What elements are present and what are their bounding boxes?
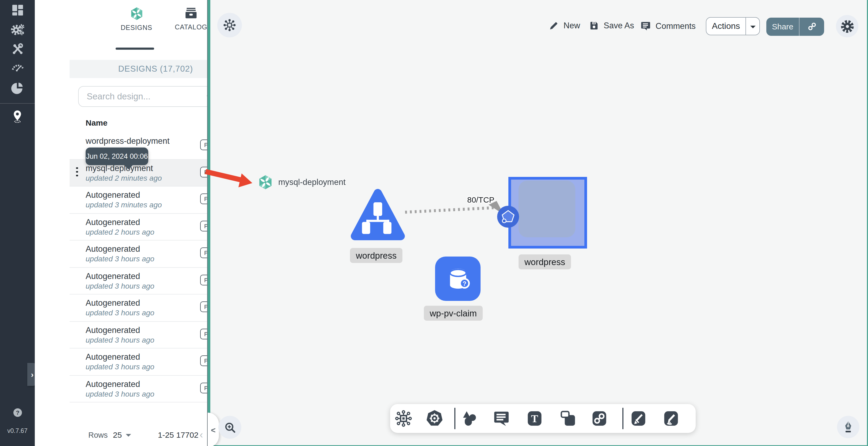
pen-mode-button[interactable] (837, 416, 860, 438)
text-tool-button[interactable]: T (525, 409, 544, 428)
nav-sidebar: › ? v0.7.67 (0, 0, 35, 446)
sidebar-item-extensions[interactable] (0, 80, 35, 96)
service-triangle-icon (350, 187, 405, 242)
svg-text:?: ? (462, 280, 466, 287)
shapes-icon (460, 409, 478, 427)
design-updated: updated 3 hours ago (86, 363, 154, 371)
rows-per-page-select[interactable]: 25 (113, 430, 131, 439)
sidebar-item-kanvas[interactable] (0, 108, 35, 124)
search-input[interactable] (86, 91, 206, 102)
configuration-tools-icon (10, 42, 24, 56)
shapes-tool-button[interactable] (460, 409, 479, 428)
volume-cylinder-icon: ? (443, 263, 473, 294)
freehand-pencil-tool-button[interactable] (661, 409, 681, 428)
canvas-toolbar: T (390, 404, 696, 433)
save-as-button[interactable]: Save As (589, 20, 634, 31)
design-name: Autogenerated (86, 190, 140, 200)
new-design-button[interactable]: New (549, 20, 580, 31)
dashboard-icon (11, 4, 23, 16)
copy-link-button[interactable] (800, 18, 824, 36)
cluster-context-button[interactable] (217, 13, 242, 37)
sidebar-item-performance[interactable] (0, 60, 35, 74)
comments-label: Comments (655, 21, 696, 31)
design-name: wordpress-deployment (86, 136, 169, 146)
comment-icon (640, 20, 651, 32)
k8s-connector-node[interactable] (497, 206, 519, 228)
save-as-label: Save As (603, 21, 634, 31)
active-tab-underline (116, 47, 154, 49)
chevron-down-icon (750, 26, 755, 28)
zoom-button[interactable] (218, 416, 241, 439)
node-wp-pv-claim-label: wp-pv-claim (424, 306, 483, 321)
extensions-pie-icon (11, 81, 24, 95)
actions-dropdown-toggle[interactable] (746, 18, 760, 35)
design-name: Autogenerated (86, 244, 140, 254)
design-updated: updated 2 minutes ago (86, 173, 162, 182)
text-tool-icon: T (526, 409, 544, 427)
comment-tool-button[interactable] (492, 409, 511, 428)
pen-nib-icon (841, 420, 855, 434)
pod-inner-container (518, 180, 575, 237)
actions-split-button[interactable]: Actions (706, 17, 760, 35)
node-mysql-deployment[interactable] (257, 174, 274, 190)
share-label[interactable]: Share (766, 18, 800, 36)
share-split-button[interactable]: Share (766, 18, 824, 36)
freehand-pencil-icon (662, 409, 680, 427)
design-name: Autogenerated (86, 298, 140, 308)
performance-speedometer-icon (10, 61, 24, 73)
new-design-label: New (563, 21, 580, 31)
pentagon-badge-icon (497, 206, 519, 228)
draw-arrow-tool-button[interactable] (629, 409, 648, 428)
design-name: Autogenerated (86, 217, 140, 227)
gear-icon (840, 19, 855, 33)
save-icon (589, 20, 599, 31)
chevron-right-icon: › (31, 370, 34, 379)
integration-tool-button[interactable] (394, 409, 413, 428)
design-name: Autogenerated (86, 379, 140, 389)
sidebar-item-lifecycle[interactable] (0, 22, 35, 38)
edge-port-label[interactable]: 80/TCP (467, 195, 494, 204)
help-button[interactable]: ? (13, 408, 22, 417)
meshery-design-icon (129, 6, 144, 21)
frame-tool-button[interactable] (558, 409, 578, 428)
design-search[interactable] (78, 86, 217, 107)
settings-button[interactable] (836, 15, 858, 37)
svg-text:T: T (531, 413, 538, 424)
kubernetes-tool-button[interactable] (425, 409, 444, 428)
question-mark-icon: ? (16, 409, 19, 416)
integration-icon (394, 409, 412, 427)
tab-designs-label: DESIGNS (121, 24, 152, 32)
node-wordpress-service[interactable] (350, 187, 405, 242)
rows-label: Rows (88, 431, 108, 439)
cluster-mesh-icon (223, 18, 237, 32)
design-updated: updated 3 hours ago (86, 281, 154, 290)
catalog-archive-icon (184, 6, 198, 20)
kebab-menu-icon[interactable] (76, 167, 79, 176)
tab-catalog-label: CATALOG (175, 24, 207, 31)
design-updated: updated 3 minutes ago (86, 200, 162, 209)
node-wp-pv-claim[interactable]: ? (435, 256, 480, 301)
sidebar-item-configuration[interactable] (0, 41, 35, 57)
sidebar-divider (0, 103, 35, 104)
kubernetes-icon (425, 409, 444, 428)
meshery-logo-icon (257, 174, 274, 190)
prev-page-button[interactable]: ‹ (199, 429, 203, 441)
comments-button[interactable]: Comments (640, 20, 696, 32)
design-updated: updated 3 hours ago (86, 254, 154, 263)
sidebar-item-dashboard[interactable] (0, 3, 35, 18)
actions-label[interactable]: Actions (706, 18, 746, 35)
node-wordpress-pod[interactable] (508, 177, 587, 248)
pencil-icon (549, 20, 559, 31)
lifecycle-gears-icon (10, 23, 25, 37)
frame-tool-icon (559, 409, 577, 427)
node-wordpress-pod-label: wordpress (519, 254, 571, 269)
design-name: Autogenerated (86, 325, 140, 335)
toolbar-divider (622, 408, 623, 429)
location-pin-icon (11, 109, 24, 123)
version-label: v0.7.67 (0, 427, 35, 434)
draw-arrow-icon (629, 409, 648, 427)
link-tool-button[interactable] (590, 409, 609, 428)
tab-designs[interactable]: DESIGNS (114, 6, 159, 32)
node-mysql-deployment-label: mysql-deployment (278, 177, 346, 187)
node-wordpress-service-label: wordpress (350, 248, 402, 263)
